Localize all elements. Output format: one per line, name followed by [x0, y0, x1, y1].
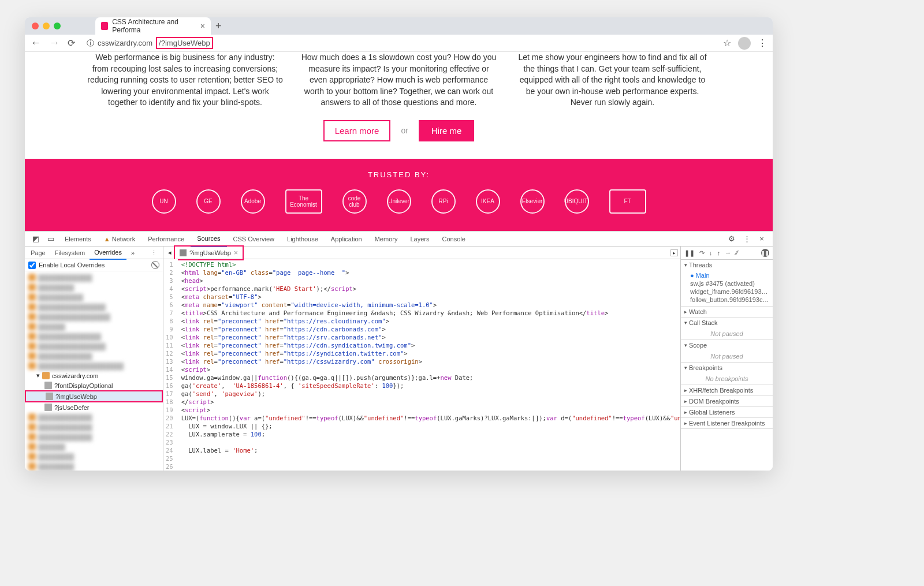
- page-content: Web performance is big business for any …: [25, 52, 773, 231]
- settings-icon[interactable]: ⚙: [724, 234, 739, 243]
- tab-performance[interactable]: Performance: [141, 232, 191, 247]
- callstack-header[interactable]: Call Stack: [681, 318, 773, 328]
- trusted-section: TRUSTED BY: UN GE Adobe The Economist co…: [25, 159, 773, 231]
- learn-more-button[interactable]: Learn more: [323, 120, 391, 141]
- tab-memory[interactable]: Memory: [368, 232, 404, 247]
- marketing-col-2: How much does a 1s slowdown cost you? Ho…: [301, 52, 497, 109]
- editor-tab[interactable]: ?imgUseWebp ×: [174, 245, 244, 260]
- globals-header[interactable]: Global Listeners: [681, 407, 773, 417]
- xhr-header[interactable]: XHR/fetch Breakpoints: [681, 385, 773, 395]
- clear-icon[interactable]: [151, 261, 159, 269]
- tree-file[interactable]: ?fontDisplayOptional: [25, 380, 163, 390]
- reload-button[interactable]: ⟳: [68, 38, 75, 48]
- marketing-col-1: Web performance is big business for any …: [87, 52, 284, 109]
- address-bar[interactable]: ⓘ csswizardry.com/?imgUseWebp: [82, 35, 716, 51]
- favicon: [101, 22, 108, 30]
- step-out-icon[interactable]: ↑: [717, 249, 721, 256]
- step-icon[interactable]: →: [725, 249, 731, 256]
- subtab-page[interactable]: Page: [26, 247, 50, 259]
- url-query-highlight: /?imgUseWebp: [156, 37, 213, 49]
- forward-button[interactable]: →: [49, 37, 61, 49]
- logo: Adobe: [241, 189, 265, 214]
- devtools: ◩ ▭ Elements ▲ Network Performance Sourc…: [25, 231, 773, 471]
- scope-header[interactable]: Scope: [681, 340, 773, 350]
- logo-row: UN GE Adobe The Economist code club Unil…: [25, 189, 773, 214]
- logo: The Economist: [285, 189, 322, 214]
- enable-overrides-label: Enable Local Overrides: [39, 262, 105, 268]
- browser-tab[interactable]: CSS Architecture and Performa ×: [95, 17, 211, 35]
- logo: Unilever: [387, 189, 411, 214]
- marketing-col-3: Let me show your engineers how to find a…: [515, 52, 711, 109]
- more-icon[interactable]: ⋮: [739, 234, 754, 243]
- or-label: or: [401, 126, 408, 135]
- logo: Elsevier: [520, 189, 545, 214]
- profile-avatar[interactable]: [738, 37, 751, 50]
- logo: IKEA: [476, 189, 500, 214]
- step-into-icon[interactable]: ↓: [709, 249, 713, 256]
- window-controls[interactable]: [32, 23, 61, 29]
- close-tab-icon[interactable]: ×: [200, 21, 205, 31]
- hire-me-button[interactable]: Hire me: [419, 120, 475, 141]
- menu-icon[interactable]: ⋮: [758, 38, 767, 48]
- bookmark-icon[interactable]: ☆: [723, 38, 731, 48]
- new-tab-button[interactable]: +: [215, 20, 222, 32]
- tree-folder[interactable]: ▾ csswizardry.com: [25, 371, 163, 380]
- tab-css-overview[interactable]: CSS Overview: [227, 232, 281, 247]
- tree-file[interactable]: ?jsUseDefer: [25, 402, 163, 412]
- logo: GE: [196, 189, 221, 214]
- breakpoints-header[interactable]: Breakpoints: [681, 363, 773, 373]
- editor-tab-title: ?imgUseWebp: [189, 247, 231, 259]
- debugger-pane: ❚❚ ↷ ↓ ↑ → ⁄⁄ ❚❚ Threads ● Main sw.js #3…: [680, 247, 773, 471]
- logo: UN: [152, 189, 176, 214]
- nav-more-icon[interactable]: ⋮: [146, 247, 162, 259]
- enable-overrides-checkbox[interactable]: [28, 262, 36, 269]
- url-host: csswizardry.com: [98, 39, 152, 47]
- devtools-tabs: ◩ ▭ Elements ▲ Network Performance Sourc…: [25, 232, 773, 247]
- navigator-pane: Page Filesystem Overrides » ⋮ Enable Loc…: [25, 247, 163, 471]
- tab-elements[interactable]: Elements: [58, 232, 98, 247]
- subtab-overrides[interactable]: Overrides: [90, 246, 126, 260]
- dom-header[interactable]: DOM Breakpoints: [681, 396, 773, 406]
- prev-tab-icon[interactable]: ◂: [166, 249, 174, 256]
- close-editor-tab-icon[interactable]: ×: [234, 247, 238, 259]
- logo: code club: [342, 189, 367, 214]
- overrides-options: Enable Local Overrides: [25, 259, 163, 271]
- logo: UBIQUITI: [565, 189, 589, 214]
- toggle-icon[interactable]: ▸: [670, 249, 678, 256]
- file-tree[interactable]: ████████████ ████████ ██████████ ███████…: [25, 271, 163, 471]
- back-button[interactable]: ←: [31, 37, 42, 49]
- subtab-filesystem[interactable]: Filesystem: [50, 247, 90, 259]
- site-info-icon[interactable]: ⓘ: [87, 38, 94, 48]
- subtab-more[interactable]: »: [126, 247, 139, 259]
- inspect-icon[interactable]: ◩: [28, 234, 43, 243]
- threads-header[interactable]: Threads: [681, 260, 773, 270]
- tab-lighthouse[interactable]: Lighthouse: [281, 232, 325, 247]
- evlisteners-header[interactable]: Event Listener Breakpoints: [681, 418, 773, 428]
- tab-layers[interactable]: Layers: [404, 232, 435, 247]
- tab-console[interactable]: Console: [435, 232, 471, 247]
- watch-header[interactable]: Watch: [681, 307, 773, 317]
- tree-file-selected[interactable]: ?imgUseWebp: [25, 390, 163, 402]
- tab-title: CSS Architecture and Performa: [112, 18, 196, 34]
- close-devtools-icon[interactable]: ×: [754, 234, 769, 243]
- editor-pane: ◂ ?imgUseWebp × ▸ 1234567891011121314151…: [163, 247, 680, 471]
- trusted-heading: TRUSTED BY:: [25, 170, 773, 179]
- debug-controls: ❚❚ ↷ ↓ ↑ → ⁄⁄ ❚❚: [681, 247, 773, 260]
- tab-strip: CSS Architecture and Performa × +: [25, 17, 773, 35]
- tab-application[interactable]: Application: [325, 232, 368, 247]
- device-toggle-icon[interactable]: ▭: [43, 234, 58, 243]
- logo: RPi: [431, 189, 456, 214]
- code-editor[interactable]: 1234567891011121314151617181920212223242…: [163, 259, 680, 471]
- tab-network[interactable]: ▲ Network: [98, 232, 141, 247]
- tab-sources[interactable]: Sources: [191, 231, 226, 247]
- browser-window: CSS Architecture and Performa × + ← → ⟳ …: [25, 17, 773, 471]
- pause-icon[interactable]: ❚❚: [684, 249, 695, 257]
- toolbar: ← → ⟳ ⓘ csswizardry.com/?imgUseWebp ☆ ⋮: [25, 35, 773, 52]
- logo: FT: [609, 189, 646, 214]
- deactivate-icon[interactable]: ⁄⁄: [736, 249, 738, 256]
- step-over-icon[interactable]: ↷: [699, 249, 705, 257]
- pause-on-exceptions-icon[interactable]: ❚❚: [761, 249, 769, 257]
- file-icon: [180, 249, 187, 256]
